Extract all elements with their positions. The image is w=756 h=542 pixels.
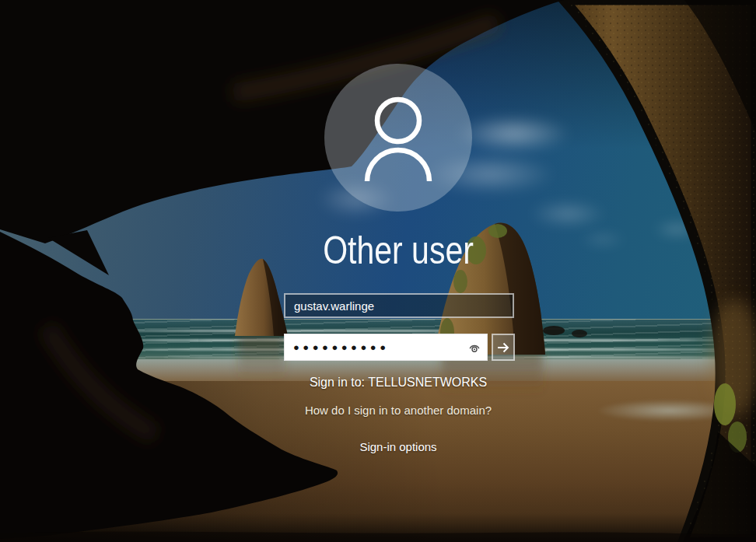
username-input[interactable] [284, 293, 514, 318]
domain-help-link[interactable]: How do I sign in to another domain? [165, 404, 632, 417]
submit-button[interactable] [492, 334, 515, 361]
windows-login-screen: Other user ●●●●●●●●●● Sign in to: TELLUS… [0, 0, 756, 542]
cloud [455, 115, 572, 152]
person-icon [324, 64, 472, 212]
avatar [324, 64, 472, 212]
other-user-title: Other user [207, 231, 590, 270]
cloud [529, 201, 607, 227]
arrow-right-icon [495, 340, 511, 355]
password-input[interactable]: ●●●●●●●●●● [293, 334, 390, 360]
cloud [653, 222, 700, 236]
sign-in-to-label: Sign in to: TELLUSNETWORKS [165, 376, 632, 390]
sea-foam [117, 330, 537, 332]
password-reveal-icon[interactable] [467, 341, 481, 355]
sign-in-options-link[interactable]: Sign-in options [165, 440, 632, 453]
password-field[interactable]: ●●●●●●●●●● [284, 334, 488, 361]
